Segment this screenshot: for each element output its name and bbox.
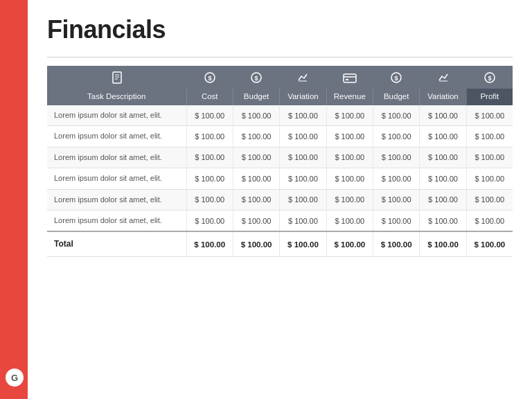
row-value: $ 100.00 <box>420 147 466 168</box>
row-value: $ 100.00 <box>186 126 233 147</box>
row-value: $ 100.00 <box>280 126 326 147</box>
svg-rect-0 <box>113 72 121 83</box>
row-value: $ 100.00 <box>186 210 233 231</box>
row-value: $ 100.00 <box>233 126 279 147</box>
row-description: Lorem ipsum dolor sit amet, elit. <box>47 168 186 189</box>
table-row: Lorem ipsum dolor sit amet, elit.$ 100.0… <box>47 105 513 126</box>
table-row: Lorem ipsum dolor sit amet, elit.$ 100.0… <box>47 210 513 231</box>
row-value: $ 100.00 <box>326 126 373 147</box>
cost-icon: $ <box>203 71 217 85</box>
row-value: $ 100.00 <box>326 168 373 189</box>
row-value: $ 100.00 <box>280 189 326 210</box>
budget-revenue-icon-cell: $ <box>373 66 419 89</box>
table-row: Lorem ipsum dolor sit amet, elit.$ 100.0… <box>47 168 513 189</box>
row-value: $ 100.00 <box>280 168 326 189</box>
row-value: $ 100.00 <box>420 189 466 210</box>
row-value: $ 100.00 <box>233 210 279 231</box>
total-value: $ 100.00 <box>420 231 466 256</box>
row-value: $ 100.00 <box>373 168 419 189</box>
row-value: $ 100.00 <box>420 105 466 126</box>
total-value: $ 100.00 <box>280 231 326 256</box>
row-value: $ 100.00 <box>186 168 233 189</box>
row-value: $ 100.00 <box>186 147 233 168</box>
table-body: Lorem ipsum dolor sit amet, elit.$ 100.0… <box>47 105 513 257</box>
left-bar: G <box>0 0 28 399</box>
profit-icon-cell: $ <box>466 66 513 89</box>
col-budget-revenue: Budget <box>373 89 419 105</box>
col-profit: Profit <box>466 89 513 105</box>
title-divider <box>47 57 513 57</box>
total-value: $ 100.00 <box>326 231 373 256</box>
table-row: Lorem ipsum dolor sit amet, elit.$ 100.0… <box>47 189 513 210</box>
budget-revenue-icon: $ <box>389 71 403 85</box>
task-icon <box>110 71 124 85</box>
task-icon-cell <box>47 66 186 89</box>
row-description: Lorem ipsum dolor sit amet, elit. <box>47 105 186 126</box>
svg-text:$: $ <box>208 75 211 82</box>
svg-rect-9 <box>344 74 356 82</box>
col-budget-cost: Budget <box>233 89 279 105</box>
variation-cost-icon <box>296 71 310 85</box>
row-description: Lorem ipsum dolor sit amet, elit. <box>47 126 186 147</box>
row-value: $ 100.00 <box>420 168 466 189</box>
row-value: $ 100.00 <box>466 210 513 231</box>
revenue-icon-cell <box>326 66 373 89</box>
col-task-description: Task Description <box>47 89 186 105</box>
page-title: Financials <box>47 15 513 44</box>
main-content: Financials <box>28 0 532 399</box>
svg-text:$: $ <box>255 75 258 82</box>
row-value: $ 100.00 <box>186 189 233 210</box>
table-header-row: Task Description Cost Budget Variation R… <box>47 89 513 105</box>
row-value: $ 100.00 <box>466 189 513 210</box>
total-value: $ 100.00 <box>373 231 419 256</box>
row-value: $ 100.00 <box>233 168 279 189</box>
row-value: $ 100.00 <box>186 105 233 126</box>
cost-icon-cell: $ <box>186 66 233 89</box>
row-value: $ 100.00 <box>326 105 373 126</box>
row-value: $ 100.00 <box>280 210 326 231</box>
row-value: $ 100.00 <box>420 126 466 147</box>
row-value: $ 100.00 <box>373 189 419 210</box>
revenue-icon <box>342 71 357 85</box>
row-value: $ 100.00 <box>233 189 279 210</box>
g-label: G <box>11 373 18 383</box>
variation-cost-icon-cell <box>280 66 326 89</box>
row-value: $ 100.00 <box>326 210 373 231</box>
g-circle: G <box>6 369 24 387</box>
row-value: $ 100.00 <box>373 147 419 168</box>
row-value: $ 100.00 <box>373 105 419 126</box>
row-value: $ 100.00 <box>466 105 513 126</box>
total-value: $ 100.00 <box>186 231 233 256</box>
svg-rect-11 <box>346 79 348 80</box>
row-value: $ 100.00 <box>280 105 326 126</box>
row-value: $ 100.00 <box>466 147 513 168</box>
col-cost: Cost <box>186 89 233 105</box>
total-value: $ 100.00 <box>466 231 513 256</box>
budget-cost-icon-cell: $ <box>233 66 279 89</box>
table-row: Lorem ipsum dolor sit amet, elit.$ 100.0… <box>47 126 513 147</box>
row-description: Lorem ipsum dolor sit amet, elit. <box>47 189 186 210</box>
total-label: Total <box>47 231 186 256</box>
row-value: $ 100.00 <box>326 189 373 210</box>
col-revenue: Revenue <box>326 89 373 105</box>
col-variation-revenue: Variation <box>420 89 466 105</box>
variation-revenue-icon <box>436 71 450 85</box>
row-value: $ 100.00 <box>373 210 419 231</box>
profit-icon: $ <box>483 71 497 85</box>
budget-cost-icon: $ <box>249 71 263 85</box>
table-row: Lorem ipsum dolor sit amet, elit.$ 100.0… <box>47 147 513 168</box>
row-value: $ 100.00 <box>233 105 279 126</box>
row-value: $ 100.00 <box>420 210 466 231</box>
total-value: $ 100.00 <box>233 231 279 256</box>
financials-table: $ $ <box>47 66 513 257</box>
row-value: $ 100.00 <box>280 147 326 168</box>
row-value: $ 100.00 <box>466 168 513 189</box>
table-container: $ $ <box>47 66 513 257</box>
variation-revenue-icon-cell <box>420 66 466 89</box>
row-description: Lorem ipsum dolor sit amet, elit. <box>47 210 186 231</box>
row-value: $ 100.00 <box>466 126 513 147</box>
total-row: Total$ 100.00$ 100.00$ 100.00$ 100.00$ 1… <box>47 231 513 256</box>
row-description: Lorem ipsum dolor sit amet, elit. <box>47 147 186 168</box>
row-value: $ 100.00 <box>373 126 419 147</box>
col-variation-cost: Variation <box>280 89 326 105</box>
